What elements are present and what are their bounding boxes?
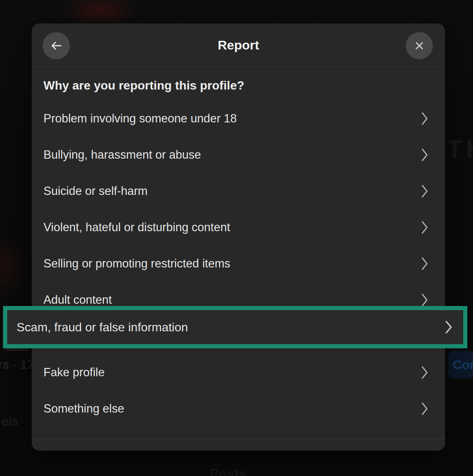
dialog-title: Report — [218, 38, 259, 53]
report-question-heading: Why are you reporting this profile? — [43, 79, 244, 93]
footer-divider — [32, 439, 445, 439]
option-suicide[interactable]: Suicide or self-harm — [32, 173, 445, 209]
option-bullying[interactable]: Bullying, harassment or abuse — [32, 137, 445, 173]
chevron-right-icon — [420, 365, 429, 380]
close-button[interactable] — [406, 32, 433, 59]
close-icon — [413, 40, 425, 52]
option-label: Scam, fraud or false information — [17, 320, 188, 334]
option-label: Problem involving someone under 18 — [43, 112, 237, 125]
report-dialog-header: Report — [32, 23, 445, 67]
option-label: Bullying, harassment or abuse — [43, 148, 201, 162]
chevron-right-icon — [420, 257, 429, 271]
chevron-right-icon — [420, 148, 429, 162]
chevron-right-icon — [444, 320, 453, 335]
option-label: Violent, hateful or disturbing content — [43, 221, 230, 234]
chevron-right-icon — [420, 111, 429, 126]
option-label: Suicide or self-harm — [43, 184, 148, 198]
chevron-right-icon — [420, 220, 429, 235]
report-dialog: Report Why are you reporting this profil… — [32, 23, 445, 451]
contact-button-fragment: Con — [448, 351, 473, 379]
posts-tab-fragment: Posts — [210, 466, 247, 476]
option-fake-profile[interactable]: Fake profile — [32, 354, 445, 391]
followers-count-fragment: rs · 17 — [0, 358, 34, 372]
option-under-18[interactable]: Problem involving someone under 18 — [32, 100, 445, 137]
background-big-letters: TH — [447, 134, 473, 163]
option-label: Adult content — [43, 293, 112, 307]
chevron-right-icon — [420, 293, 429, 307]
option-selling[interactable]: Selling or promoting restricted items — [32, 246, 445, 282]
option-something-else[interactable]: Something else — [32, 391, 445, 427]
chevron-right-icon — [420, 402, 429, 416]
chevron-right-icon — [420, 184, 429, 198]
option-scam-fraud-highlighted[interactable]: Scam, fraud or false information — [3, 306, 467, 348]
option-label: Fake profile — [43, 366, 105, 379]
option-label: Selling or promoting restricted items — [43, 257, 230, 270]
back-button[interactable] — [43, 32, 70, 59]
back-arrow-icon — [49, 39, 63, 53]
option-label: Something else — [43, 402, 124, 416]
option-violent[interactable]: Violent, hateful or disturbing content — [32, 209, 445, 246]
reels-tab-fragment: els — [2, 414, 18, 429]
